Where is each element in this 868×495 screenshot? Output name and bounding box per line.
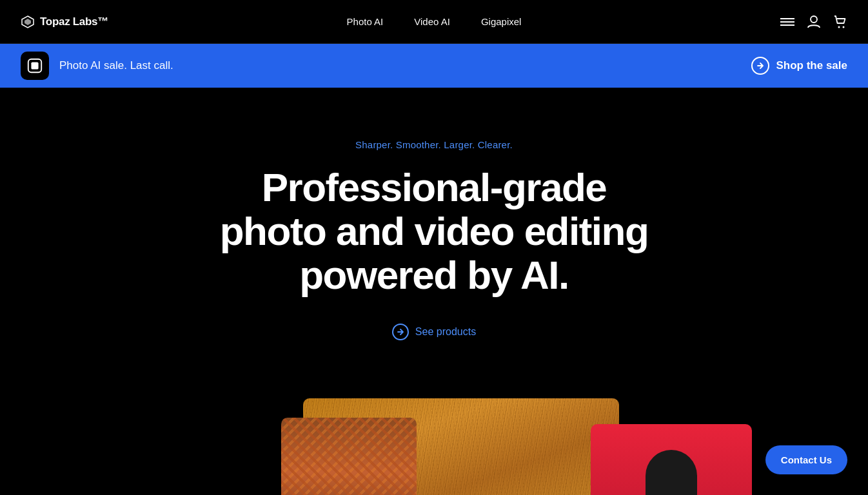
cart-button[interactable]	[833, 15, 847, 29]
topaz-logo-icon	[21, 15, 35, 29]
user-icon	[807, 15, 820, 29]
hero-tagline: Sharper. Smoother. Larger. Clearer.	[26, 139, 842, 150]
menu-icon	[780, 17, 794, 26]
user-account-button[interactable]	[807, 15, 820, 29]
sale-banner: Photo AI sale. Last call. Shop the sale	[0, 44, 868, 88]
brand-name: Topaz Labs™	[40, 15, 108, 28]
see-products-arrow-icon	[392, 324, 409, 340]
product-image-person	[281, 418, 417, 495]
svg-point-5	[811, 16, 817, 23]
product-image-dog	[591, 424, 752, 495]
nav-video-ai[interactable]: Video AI	[414, 16, 450, 27]
nav-gigapixel[interactable]: Gigapixel	[481, 16, 522, 27]
navbar-actions	[780, 15, 847, 29]
banner-message: Photo AI sale. Last call.	[59, 59, 173, 72]
svg-marker-1	[25, 19, 31, 25]
dog-image-fill	[591, 424, 752, 495]
cart-icon	[833, 15, 847, 29]
banner-cta[interactable]: Shop the sale	[751, 57, 847, 75]
logo-area: Topaz Labs™	[21, 15, 108, 29]
shop-sale-arrow-icon	[751, 57, 769, 75]
hero-title: Professional-grade photo and video editi…	[208, 166, 660, 298]
photo-ai-app-icon	[21, 52, 49, 80]
nav-links: Photo AI Video AI Gigapixel	[347, 16, 522, 27]
shop-sale-label: Shop the sale	[776, 59, 847, 72]
hamburger-menu-button[interactable]	[780, 17, 794, 26]
person-image-fill	[281, 418, 417, 495]
hero-section: Sharper. Smoother. Larger. Clearer. Prof…	[0, 88, 868, 495]
product-images-area: Run Autopilot	[26, 379, 842, 495]
contact-us-button[interactable]: Contact Us	[765, 445, 847, 474]
see-products-label: See products	[415, 326, 476, 338]
banner-left-area: Photo AI sale. Last call.	[21, 52, 173, 80]
see-products-button[interactable]: See products	[392, 324, 476, 340]
svg-point-6	[838, 26, 840, 28]
nav-photo-ai[interactable]: Photo AI	[347, 16, 384, 27]
svg-rect-9	[31, 62, 38, 69]
navbar: Topaz Labs™ Photo AI Video AI Gigapixel	[0, 0, 868, 44]
svg-point-7	[843, 26, 845, 28]
photo-ai-icon-graphic	[26, 57, 43, 74]
